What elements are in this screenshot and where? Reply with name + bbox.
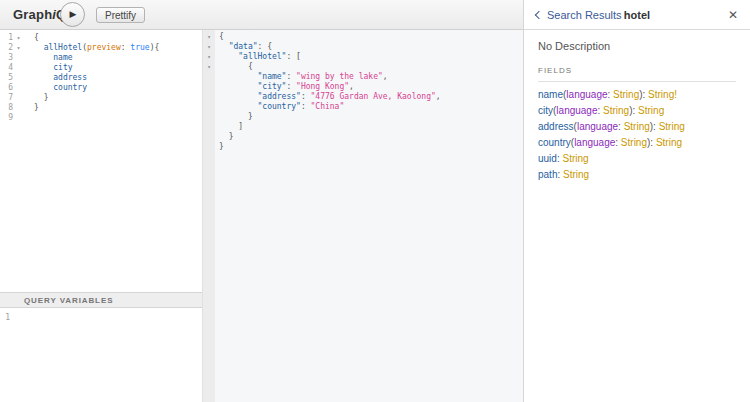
token-fl[interactable]: name	[538, 89, 563, 100]
back-chevron-icon	[535, 11, 543, 19]
fold-arrow-icon[interactable]: ▾	[203, 62, 215, 72]
token-key: "allHotel"	[219, 52, 286, 61]
fold-arrow-icon[interactable]: ▾	[203, 42, 215, 52]
doc-field-item[interactable]: city(language: String): String	[538, 102, 736, 118]
execute-button[interactable]: ▶	[60, 2, 85, 27]
doc-field-item[interactable]: address(language: String): String	[538, 118, 736, 134]
code-text: }	[215, 112, 253, 122]
play-icon: ▶	[70, 10, 77, 19]
code-line: ▾{	[203, 32, 523, 42]
doc-field-item[interactable]: uuid: String	[538, 150, 736, 166]
result-viewer: ▾{▾ "data": {▾ "allHotel": [▾ { "name": …	[202, 30, 523, 402]
fold-arrow-icon[interactable]: ▾	[203, 32, 215, 42]
token-fl: address	[34, 73, 87, 82]
token-pn: }	[219, 142, 224, 151]
token-fl: city	[34, 63, 73, 72]
fold-arrow-icon[interactable]: ▾	[203, 52, 215, 62]
code-text: }	[215, 132, 233, 142]
token-fl[interactable]: address	[538, 121, 574, 132]
token-fl[interactable]: path	[538, 169, 557, 180]
query-editor[interactable]: 1▾{2▾ allHotel(preview: true){3 name4 ci…	[0, 30, 202, 292]
line-number: 8	[0, 103, 13, 113]
code-line: 9	[0, 113, 202, 123]
token-pn: {	[219, 62, 253, 71]
token-typ[interactable]: String	[659, 121, 685, 132]
code-text: }	[24, 93, 48, 103]
token-pn: :	[121, 43, 131, 52]
logo-text-graph: Graph	[13, 7, 52, 22]
close-icon[interactable]: ✕	[728, 9, 738, 21]
code-text: country	[24, 83, 87, 93]
doc-back-label: Search Results	[547, 9, 622, 21]
token-pn: }	[34, 93, 48, 102]
token-typ[interactable]: String	[624, 121, 650, 132]
code-line: }	[203, 112, 523, 122]
fold-arrow-icon[interactable]: ▾	[13, 33, 24, 43]
token-fl[interactable]: country	[538, 137, 571, 148]
doc-back-link[interactable]: Search Results	[536, 9, 622, 21]
token-pn: }	[219, 132, 233, 141]
token-pn: {	[34, 33, 39, 42]
token-fl[interactable]: uuid	[538, 153, 557, 164]
token-key: "name"	[219, 72, 286, 81]
query-variables-title[interactable]: QUERY VARIABLES	[0, 292, 202, 308]
token-fl[interactable]: city	[538, 105, 553, 116]
token-key: "country"	[219, 102, 301, 111]
token-pn: :	[286, 82, 296, 91]
token-pn: ):	[650, 121, 659, 132]
graphiql-app: GraphiQL ▶ Prettify 1▾{2▾ allHotel(previ…	[0, 0, 750, 402]
code-line: 1▾{	[0, 33, 202, 43]
doc-fields-list: name(language: String): String!city(lang…	[538, 86, 736, 182]
token-arg: language	[566, 89, 607, 100]
token-typ[interactable]: String	[562, 153, 588, 164]
prettify-button[interactable]: Prettify	[96, 7, 145, 23]
token-key: "data"	[219, 42, 258, 51]
token-fl: allHotel	[34, 43, 82, 52]
code-line: "name": "wing by the lake",	[203, 72, 523, 82]
token-pn: {	[219, 32, 224, 41]
doc-field-item[interactable]: country(language: String): String	[538, 134, 736, 150]
variables-editor-lines: 1	[0, 308, 202, 323]
token-pn: ]	[219, 122, 243, 131]
code-line: }	[203, 142, 523, 152]
variables-editor[interactable]: 1	[0, 308, 202, 402]
doc-field-item[interactable]: path: String	[538, 166, 736, 182]
token-pn: ,	[349, 82, 354, 91]
code-text: {	[215, 32, 224, 42]
code-line: ▾ "data": {	[203, 42, 523, 52]
doc-field-item[interactable]: name(language: String): String!	[538, 86, 736, 102]
code-line: 6 country	[0, 83, 202, 93]
token-typ[interactable]: String	[621, 137, 647, 148]
token-fl: name	[34, 53, 73, 62]
line-number: 5	[0, 73, 13, 83]
token-arg: preview	[87, 43, 121, 52]
token-key: "city"	[219, 82, 286, 91]
token-pn: ):	[639, 89, 648, 100]
fold-arrow-icon[interactable]: ▾	[13, 43, 24, 53]
line-number: 9	[0, 113, 13, 123]
token-pn: ):	[629, 105, 638, 116]
token-typ[interactable]: String	[603, 105, 629, 116]
token-str: "China"	[311, 102, 345, 111]
code-text: }	[215, 142, 224, 152]
doc-content: No Description FIELDS name(language: Str…	[524, 30, 750, 192]
code-text: "allHotel": [	[215, 52, 301, 62]
token-typ[interactable]: String	[638, 105, 664, 116]
token-str: "Hong Kong"	[296, 82, 349, 91]
token-pn: }	[219, 112, 253, 121]
code-line: 7 }	[0, 93, 202, 103]
code-line: ▾ "allHotel": [	[203, 52, 523, 62]
code-line: 3 name	[0, 53, 202, 63]
token-typ[interactable]: String!	[648, 89, 677, 100]
token-fl: country	[34, 83, 87, 92]
code-text: "data": {	[215, 42, 272, 52]
code-text: {	[215, 62, 253, 72]
token-pn: ,	[383, 72, 388, 81]
code-text: allHotel(preview: true){	[24, 43, 159, 53]
token-str: "wing by the lake"	[296, 72, 383, 81]
token-typ[interactable]: String	[613, 89, 639, 100]
code-line: 2▾ allHotel(preview: true){	[0, 43, 202, 53]
token-typ[interactable]: String	[563, 169, 589, 180]
token-typ[interactable]: String	[656, 137, 682, 148]
line-number: 7	[0, 93, 13, 103]
